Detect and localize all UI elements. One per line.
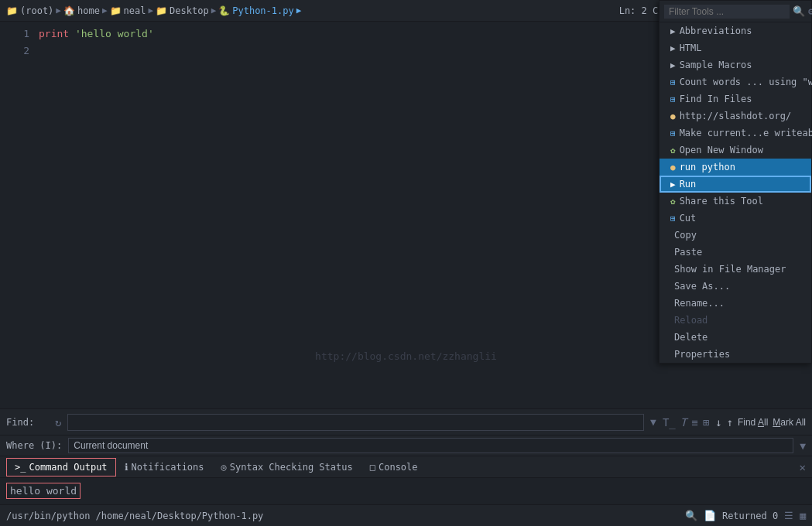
list-view-icon[interactable]: ☰	[784, 510, 793, 521]
tool-label: Reload	[674, 315, 708, 326]
tool-icon: ●	[670, 111, 676, 121]
tool-item[interactable]: Reload	[660, 312, 811, 329]
tool-label: Sample Macros	[680, 60, 752, 70]
find-text-icon[interactable]: T̲	[663, 416, 676, 429]
tool-item[interactable]: Properties	[660, 346, 811, 363]
tool-item[interactable]: ▶Abbreviations	[660, 22, 811, 39]
where-label: Where (I):	[6, 440, 62, 451]
tool-item[interactable]: Show in File Manager	[660, 261, 811, 278]
bottom-path: /usr/bin/python /home/neal/Desktop/Pytho…	[6, 511, 679, 521]
editor-section: 1 print 'hello world' 2 http://blog.csdn…	[0, 22, 812, 408]
tool-label: Make current...e writeable	[680, 128, 812, 138]
tab-icon: >_	[15, 462, 26, 473]
bottom-icons: 🔍 📄	[685, 510, 716, 521]
breadcrumb-sep-4: ▶	[211, 5, 217, 15]
breadcrumb-sep-3: ▶	[148, 5, 153, 15]
find-align-icon[interactable]: ≡	[691, 416, 697, 429]
file-bottom-icon[interactable]: 📄	[704, 510, 716, 521]
tool-label: Run	[680, 179, 697, 190]
output-tab[interactable]: ℹNotifications	[116, 458, 213, 476]
tool-label: Open New Window	[680, 145, 763, 155]
where-input[interactable]	[68, 438, 793, 453]
tool-label: Count words ... using "wc"	[680, 77, 812, 87]
where-dropdown-arrow[interactable]: ▼	[800, 440, 806, 452]
breadcrumb-home[interactable]: home	[77, 5, 100, 16]
find-italic-icon[interactable]: T	[680, 416, 687, 429]
breadcrumb-desktop[interactable]: Desktop	[170, 5, 209, 16]
tool-item[interactable]: ⊞Find In Files	[660, 91, 811, 108]
tab-label: Syntax Checking Status	[230, 462, 353, 473]
tool-icon: ✿	[670, 145, 676, 155]
tab-label: Console	[379, 462, 418, 473]
bottom-view-icons: ☰ ▦	[784, 510, 806, 521]
tool-icon: ⊞	[670, 128, 676, 138]
tool-label: Properties	[674, 349, 730, 360]
find-prev-button[interactable]: ↓	[715, 416, 721, 429]
find-regex-icon[interactable]: ⊞	[703, 416, 709, 429]
tool-item[interactable]: ▶HTML	[660, 39, 811, 56]
tool-item[interactable]: ●http://slashdot.org/	[660, 108, 811, 125]
tab-label: Command Output	[29, 462, 107, 473]
output-tab[interactable]: ◎Syntax Checking Status	[213, 458, 361, 476]
tool-item[interactable]: ✿Open New Window	[660, 142, 811, 159]
output-text: hello world	[6, 483, 81, 499]
find-dropdown-arrow[interactable]: ▼	[650, 416, 656, 428]
search-bottom-icon[interactable]: 🔍	[685, 510, 697, 521]
tool-icon: ⊞	[670, 213, 676, 224]
tool-label: Delete	[674, 332, 708, 343]
tool-label: Abbreviations	[680, 26, 752, 36]
tool-item[interactable]: Rename...	[660, 295, 811, 312]
tool-item[interactable]: ⊞Cut	[660, 210, 811, 227]
grid-view-icon[interactable]: ▦	[800, 510, 806, 521]
tools-panel: 🔍 ⚙ ▶Abbreviations▶HTML▶Sample Macros⊞Co…	[659, 22, 812, 364]
tool-item[interactable]: ⊞Make current...e writeable	[660, 125, 811, 142]
tool-label: http://slashdot.org/	[680, 111, 792, 121]
line-content-1: print 'hello world'	[39, 28, 154, 39]
breadcrumb-icon-root: 📁	[6, 5, 18, 16]
tool-icon: ⊞	[670, 94, 676, 104]
output-tabs-bar: >_Command OutputℹNotifications◎Syntax Ch…	[0, 456, 812, 478]
find-bar: Find: ↻ ▼ T̲ T ≡ ⊞ ↓ ↑ Find All Mark All	[0, 408, 812, 435]
breadcrumb-file[interactable]: Python-1.py	[232, 5, 293, 16]
mark-all-button[interactable]: Mark All	[773, 417, 806, 428]
tool-label: Share this Tool	[680, 196, 763, 207]
output-tab[interactable]: >_Command Output	[6, 458, 116, 476]
breadcrumb-user[interactable]: neal	[124, 5, 146, 16]
find-input[interactable]	[67, 414, 644, 431]
tool-label: Cut	[680, 213, 697, 224]
line-number-1: 1	[6, 28, 29, 39]
find-all-button[interactable]: Find All	[738, 417, 768, 428]
tool-label: Copy	[674, 230, 697, 241]
output-tab[interactable]: □Console	[361, 458, 427, 476]
tab-icon: ℹ	[125, 462, 128, 473]
tool-label: HTML	[680, 43, 702, 53]
tool-item[interactable]: Paste	[660, 244, 811, 261]
main-window: 📁 (root) ▶ 🏠 home ▶ 📁 neal ▶ 📁 Desktop ▶…	[0, 0, 812, 526]
tool-label: Save As...	[674, 281, 730, 292]
tool-item[interactable]: ✿Share this Tool	[660, 193, 811, 210]
tools-list: ▶Abbreviations▶HTML▶Sample Macros⊞Count …	[660, 22, 811, 363]
find-format-icons: T̲ T ≡ ⊞	[663, 416, 709, 429]
tool-icon: ▶	[670, 43, 676, 53]
bottom-status-bar: /usr/bin/python /home/neal/Desktop/Pytho…	[0, 504, 812, 526]
tool-item[interactable]: ⊞Count words ... using "wc"	[660, 73, 811, 91]
breadcrumb-arrow: ▶	[296, 5, 302, 15]
tool-item[interactable]: ●run python	[660, 159, 811, 176]
tab-icon: ◎	[221, 462, 227, 473]
where-bar: Where (I): ▼	[0, 435, 812, 456]
tool-item[interactable]: ▶Sample Macros	[660, 56, 811, 73]
editor-watermark: http://blog.csdn.net/zzhanglii	[315, 350, 497, 362]
output-close-button[interactable]: ✕	[800, 461, 806, 473]
find-label: Find:	[6, 417, 49, 428]
tool-item[interactable]: Save As...	[660, 278, 811, 295]
breadcrumb-sep-2: ▶	[102, 5, 108, 15]
tool-item[interactable]: ▶Run	[660, 176, 811, 193]
tool-icon: ▶	[670, 179, 676, 190]
find-next-button[interactable]: ↑	[727, 416, 733, 429]
tool-item[interactable]: Copy	[660, 227, 811, 244]
breadcrumb-icon-file: 🐍	[218, 5, 230, 16]
breadcrumb-root[interactable]: (root)	[20, 5, 53, 16]
find-refresh-icon[interactable]: ↻	[55, 416, 61, 429]
tool-item[interactable]: Delete	[660, 329, 811, 346]
breadcrumb-icon-user: 📁	[110, 5, 122, 16]
